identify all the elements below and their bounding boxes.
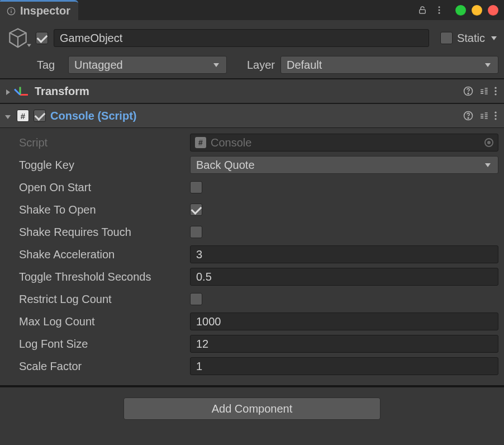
svg-point-15 xyxy=(495,115,496,116)
log-font-size-input[interactable] xyxy=(190,335,498,353)
foldout-icon[interactable] xyxy=(3,87,12,96)
prop-shake-to-open: Shake To Open xyxy=(6,198,498,221)
open-on-start-checkbox[interactable] xyxy=(190,181,202,193)
static-toggle[interactable]: Static xyxy=(440,32,498,45)
svg-point-10 xyxy=(495,90,496,92)
add-component-row: Add Component xyxy=(0,387,504,430)
prop-shake-acceleration: Shake Acceleration xyxy=(6,243,498,266)
gameobject-header: Static Tag Untagged Layer Default xyxy=(0,20,504,79)
transform-component-header[interactable]: Transform xyxy=(0,79,504,103)
static-checkbox[interactable] xyxy=(440,32,453,44)
svg-point-13 xyxy=(468,117,469,119)
prop-shake-requires-touch: Shake Requires Touch xyxy=(6,221,498,243)
prop-open-on-start: Open On Start xyxy=(6,176,498,198)
help-icon[interactable] xyxy=(463,86,474,97)
tag-dropdown[interactable]: Untagged xyxy=(68,56,227,74)
svg-rect-2 xyxy=(11,9,11,10)
prop-label-shake-acceleration: Shake Acceleration xyxy=(6,248,190,261)
inspector-panel: Inspector xyxy=(0,0,504,445)
svg-point-8 xyxy=(468,93,469,94)
toggle-key-dropdown[interactable]: Back Quote xyxy=(190,156,498,174)
kebab-icon[interactable] xyxy=(494,86,497,97)
chevron-down-icon[interactable] xyxy=(489,34,498,42)
preset-icon[interactable] xyxy=(478,86,489,97)
foldout-icon[interactable] xyxy=(3,111,12,120)
prop-scale-factor: Scale Factor xyxy=(6,355,498,377)
prop-label-max-log-count: Max Log Count xyxy=(6,315,190,328)
transform-icon xyxy=(20,82,34,96)
preset-icon[interactable] xyxy=(478,110,489,121)
gameobject-enabled-checkbox[interactable] xyxy=(36,32,48,44)
svg-point-9 xyxy=(495,87,496,89)
prop-log-font-size: Log Font Size xyxy=(6,333,498,355)
gameobject-name-input[interactable] xyxy=(54,29,429,47)
layer-label: Layer xyxy=(234,59,275,72)
script-object-value: Console xyxy=(211,136,251,149)
traffic-red[interactable] xyxy=(488,5,498,16)
svg-point-5 xyxy=(439,10,440,11)
kebab-icon[interactable] xyxy=(494,110,497,121)
svg-point-4 xyxy=(439,6,440,8)
scale-factor-input[interactable] xyxy=(190,357,498,375)
gameobject-icon[interactable] xyxy=(6,26,30,50)
prop-label-scale-factor: Scale Factor xyxy=(6,360,190,373)
script-icon: # xyxy=(17,110,29,122)
lock-icon[interactable] xyxy=(417,5,427,15)
prop-label-open-on-start: Open On Start xyxy=(6,181,190,194)
shake-acceleration-input[interactable] xyxy=(190,245,498,263)
svg-point-11 xyxy=(495,93,496,95)
shake-requires-touch-checkbox[interactable] xyxy=(190,226,202,238)
layer-dropdown-value: Default xyxy=(287,59,322,72)
traffic-lights xyxy=(455,5,498,16)
kebab-icon[interactable] xyxy=(434,5,444,15)
prop-toggle-key: Toggle Key Back Quote xyxy=(6,154,498,176)
prop-script: Script # Console xyxy=(6,131,498,154)
prop-max-log-count: Max Log Count xyxy=(6,310,498,333)
svg-rect-1 xyxy=(11,10,11,13)
prop-label-toggle-key: Toggle Key xyxy=(6,159,190,172)
toggle-threshold-seconds-input[interactable] xyxy=(190,268,498,286)
svg-point-16 xyxy=(495,118,496,120)
toggle-key-value: Back Quote xyxy=(196,159,255,172)
tab-bar-right xyxy=(417,0,498,20)
tag-label: Tag xyxy=(37,59,68,72)
prop-label-log-font-size: Log Font Size xyxy=(6,338,190,351)
chevron-down-icon xyxy=(483,160,492,169)
inspector-tab[interactable]: Inspector xyxy=(0,0,78,20)
help-icon[interactable] xyxy=(463,110,474,121)
gameobject-row: Static xyxy=(6,26,498,50)
prop-label-script: Script xyxy=(6,136,190,149)
restrict-log-count-checkbox[interactable] xyxy=(190,293,202,305)
tag-dropdown-value: Untagged xyxy=(74,59,123,72)
prop-label-toggle-threshold-seconds: Toggle Threshold Seconds xyxy=(6,271,190,283)
add-component-button[interactable]: Add Component xyxy=(123,397,381,420)
console-title[interactable]: Console (Script) xyxy=(50,110,136,122)
chevron-down-icon xyxy=(212,60,221,69)
prop-toggle-threshold-seconds: Toggle Threshold Seconds xyxy=(6,266,498,288)
inspector-tab-label: Inspector xyxy=(20,4,70,17)
prop-label-shake-to-open: Shake To Open xyxy=(6,203,190,216)
hash-icon: # xyxy=(195,137,206,148)
prop-label-restrict-log-count: Restrict Log Count xyxy=(6,293,190,306)
object-picker-icon[interactable] xyxy=(484,138,493,147)
prop-restrict-log-count: Restrict Log Count xyxy=(6,288,498,310)
max-log-count-input[interactable] xyxy=(190,313,498,330)
tag-layer-row: Tag Untagged Layer Default xyxy=(6,56,498,74)
script-object-field[interactable]: # Console xyxy=(190,134,498,152)
svg-point-14 xyxy=(495,112,496,113)
svg-point-6 xyxy=(439,12,440,14)
console-properties: Script # Console Toggle Key Back Quote xyxy=(0,128,504,386)
transform-title: Transform xyxy=(35,85,89,98)
tab-bar: Inspector xyxy=(0,0,504,20)
info-icon xyxy=(7,7,16,16)
svg-rect-3 xyxy=(420,10,426,13)
static-label: Static xyxy=(457,32,485,45)
traffic-green[interactable] xyxy=(455,5,466,16)
chevron-down-icon xyxy=(483,60,492,69)
console-enabled-checkbox[interactable] xyxy=(34,110,46,122)
prop-label-shake-requires-touch: Shake Requires Touch xyxy=(6,226,190,239)
layer-dropdown[interactable]: Default xyxy=(280,56,498,74)
console-component-header[interactable]: # Console (Script) xyxy=(0,103,504,128)
traffic-yellow[interactable] xyxy=(472,5,482,16)
shake-to-open-checkbox[interactable] xyxy=(190,203,202,216)
